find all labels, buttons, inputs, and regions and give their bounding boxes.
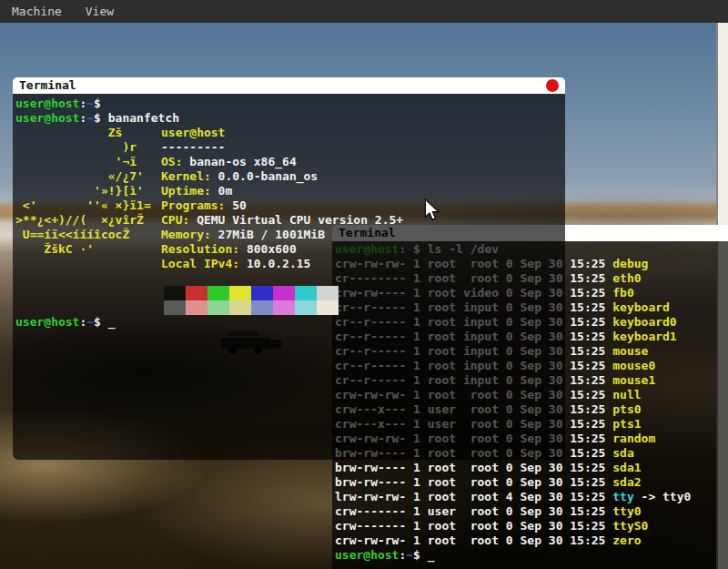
color-swatch xyxy=(186,300,207,315)
device-name: null xyxy=(612,388,641,401)
fetch-label: Uptime: xyxy=(161,184,211,198)
banana-ascii-art: '¬ï xyxy=(15,155,161,169)
device-name: ttyS0 xyxy=(612,519,648,533)
device-name: mouse xyxy=(612,344,648,358)
prompt-dollar: $ xyxy=(413,548,428,562)
command-bananfetch: bananfetch xyxy=(108,111,179,125)
file-meta: brw-rw---- 1 root root 0 Sep 30 15:25 xyxy=(335,475,612,489)
terminal-line: crw-rw-rw- 1 root root 0 Sep 30 15:25 ze… xyxy=(335,533,728,548)
device-name: debug xyxy=(612,257,648,270)
device-name: mouse0 xyxy=(612,359,655,372)
color-swatch xyxy=(273,300,295,315)
fetch-title: user@host xyxy=(161,126,225,139)
device-name: keyboard1 xyxy=(612,330,676,343)
terminal-line: user@host:~$ _ xyxy=(15,315,565,330)
fetch-label: Local IPv4: xyxy=(161,257,239,270)
terminal-line: user@host:~$ _ xyxy=(335,548,728,563)
terminal-front-content[interactable]: user@host:~$ user@host:~$ bananfetch Zš … xyxy=(13,94,565,460)
window-title: Terminal xyxy=(19,77,76,94)
terminal-line: >**¿<+)//( ×¿vîrŽ CPU: QEMU Virtual CPU … xyxy=(15,213,565,228)
color-swatch xyxy=(251,300,273,315)
menu-item-machine[interactable]: Machine xyxy=(12,5,62,18)
terminal-line: brw-rw---- 1 root root 0 Sep 30 15:25 sd… xyxy=(335,475,728,490)
fetch-label: Resolution: xyxy=(161,242,239,256)
prompt-user: user@host xyxy=(15,97,79,110)
device-name: tty xyxy=(612,490,633,503)
text-cursor: _ xyxy=(108,315,116,329)
terminal-line: crw------- 1 user root 0 Sep 30 15:25 tt… xyxy=(335,504,728,519)
color-swatch xyxy=(229,300,251,315)
device-name: keyboard xyxy=(612,300,670,314)
terminal-line: brw-rw---- 1 root root 0 Sep 30 15:25 sd… xyxy=(335,461,728,475)
color-swatch xyxy=(273,286,295,300)
color-swatch xyxy=(229,286,251,300)
banana-ascii-art: Zš xyxy=(15,126,161,140)
vm-screen: MachineView Terminal user@host:~$ ls -l … xyxy=(0,0,728,569)
fetch-label: OS: xyxy=(161,155,182,168)
terminal-line: user@host:~$ xyxy=(15,97,565,111)
mouse-cursor-icon xyxy=(424,198,440,221)
fetch-label: Programs: xyxy=(161,198,225,212)
terminal-line: «/¿7' Kernel: 0.0.0-banan_os xyxy=(15,169,565,184)
prompt-user: user@host xyxy=(15,315,79,329)
prompt-path: ~ xyxy=(86,97,94,110)
vm-menubar: MachineView xyxy=(0,0,728,23)
file-meta: crw------- 1 user root 0 Sep 30 15:25 xyxy=(335,504,612,518)
terminal-line: Local IPv4: 10.0.2.15 xyxy=(15,257,565,271)
color-swatch xyxy=(295,300,317,315)
device-name: tty0 xyxy=(612,504,641,518)
fetch-label: Kernel: xyxy=(161,169,211,183)
device-name: mouse1 xyxy=(612,373,655,387)
file-meta: lrw-rw-rw- 1 root root 4 Sep 30 15:25 xyxy=(335,490,612,503)
fetch-label: Memory: xyxy=(161,228,211,241)
fetch-underline: --------- xyxy=(161,140,225,154)
device-name: sda xyxy=(612,446,633,460)
banana-ascii-art: «/¿7' xyxy=(15,169,161,184)
close-icon[interactable] xyxy=(546,79,559,92)
terminal-line: )r --------- xyxy=(15,140,565,155)
fetch-value: 0.0.0-banan_os xyxy=(211,169,318,183)
text-cursor: _ xyxy=(428,548,435,562)
device-name: zero xyxy=(612,533,641,547)
menu-item-view[interactable]: View xyxy=(86,5,114,18)
file-meta: brw-rw---- 1 root root 0 Sep 30 15:25 xyxy=(335,461,612,474)
banana-ascii-art xyxy=(15,257,161,271)
prompt-path: ~ xyxy=(86,111,94,125)
prompt-user: user@host xyxy=(335,548,399,562)
device-name: fb0 xyxy=(612,286,633,300)
prompt-path: ~ xyxy=(406,548,413,562)
terminal-line: U==íï<<íííîcocŽ Memory: 27MiB / 1001MiB xyxy=(15,228,565,242)
terminal-line: <' ''« ×}ï1= Programs: 50 xyxy=(15,198,565,213)
prompt-user: user@host xyxy=(15,111,79,125)
terminal-line: '¬ï OS: banan-os x86_64 xyxy=(15,155,565,169)
terminal-line: crw------- 1 root root 0 Sep 30 15:25 tt… xyxy=(335,519,728,533)
banana-ascii-art: <' ''« ×}ï1= xyxy=(15,198,161,213)
device-name: pts1 xyxy=(612,417,641,431)
file-meta: crw------- 1 root root 0 Sep 30 15:25 xyxy=(335,519,612,533)
symlink-target: -> tty0 xyxy=(634,490,692,503)
banana-ascii-art: )r xyxy=(15,140,161,155)
prompt-dollar: $ xyxy=(94,97,108,110)
fetch-value: 27MiB / 1001MiB xyxy=(211,228,325,241)
terminal-line: '»!}[ì' Uptime: 0m xyxy=(15,184,565,198)
fetch-label: CPU: xyxy=(161,213,189,227)
fetch-value: banan-os x86_64 xyxy=(182,155,296,168)
fetch-value: QEMU Virtual CPU version 2.5+ xyxy=(189,213,403,227)
banana-ascii-art: >**¿<+)//( ×¿vîrŽ xyxy=(15,213,161,228)
terminal-front-titlebar[interactable]: Terminal xyxy=(13,77,565,94)
ansi-palette-row-2 xyxy=(164,300,565,315)
device-name: random xyxy=(612,432,655,445)
device-name: keyboard0 xyxy=(612,315,676,329)
prompt-path: ~ xyxy=(86,315,94,329)
terminal-line: lrw-rw-rw- 1 root root 4 Sep 30 15:25 tt… xyxy=(335,490,728,504)
color-swatch xyxy=(164,300,186,315)
color-swatch xyxy=(164,286,186,300)
fetch-value: 0m xyxy=(211,184,232,198)
device-name: eth0 xyxy=(612,271,641,285)
terminal-window-front[interactable]: Terminal user@host:~$ user@host:~$ banan… xyxy=(13,77,565,460)
color-swatch xyxy=(207,286,229,300)
terminal-line xyxy=(15,271,565,286)
terminal-line: user@host:~$ bananfetch xyxy=(15,111,565,126)
fetch-value: 10.0.2.15 xyxy=(239,257,310,270)
color-swatch xyxy=(251,286,273,300)
